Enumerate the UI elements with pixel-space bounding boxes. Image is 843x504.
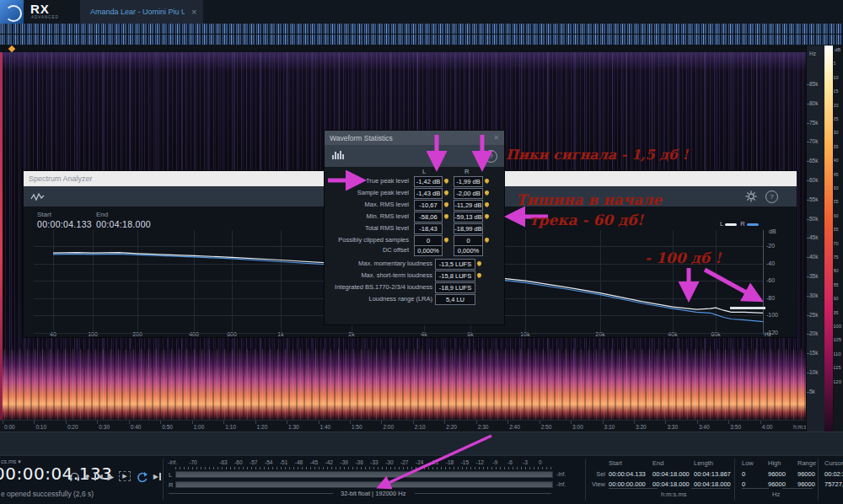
hint-bulb-icon[interactable] bbox=[444, 190, 448, 195]
hint-bulb-icon[interactable] bbox=[444, 214, 448, 218]
analyzer-db-label: dB bbox=[769, 228, 776, 234]
tab-close-icon[interactable]: × bbox=[191, 7, 196, 17]
hint-bulb-icon[interactable] bbox=[485, 190, 489, 195]
overview-waveform-left[interactable] bbox=[0, 24, 843, 35]
spectrogram-low-band bbox=[0, 349, 806, 420]
hint-bulb-icon[interactable] bbox=[485, 238, 489, 242]
stats-value-l: -58,06 dB bbox=[414, 212, 443, 223]
play-selection-icon[interactable]: ▶ bbox=[119, 471, 130, 481]
izotope-logo-icon bbox=[5, 5, 22, 22]
stats-row-label: DC offset bbox=[325, 246, 409, 254]
time-tick-label: 2:00 bbox=[383, 424, 394, 430]
loop-icon[interactable] bbox=[136, 471, 148, 482]
stats-value-r: -11,29 dB bbox=[454, 200, 483, 211]
stats-dialog-titlebar[interactable]: Waveform Statistics ✕ bbox=[325, 131, 504, 145]
stats-value-l: -18,43 dB bbox=[414, 223, 443, 234]
meter-scale-label: -42 bbox=[325, 459, 333, 465]
hint-bulb-icon[interactable] bbox=[444, 238, 448, 242]
row-label: Sel bbox=[590, 470, 605, 478]
stats-value-r: 0,000% bbox=[454, 245, 483, 256]
hint-bulb-icon[interactable] bbox=[477, 273, 481, 277]
table-header: Length bbox=[694, 459, 713, 467]
meter-ticks bbox=[175, 467, 551, 469]
file-tab-title: Amanda Lear - Uomini Piu Uomini [4].wav bbox=[90, 8, 185, 16]
meter-scale-label: -57 bbox=[250, 459, 257, 465]
table-cell: 96000 bbox=[797, 480, 815, 488]
marker-strip[interactable] bbox=[0, 45, 843, 52]
record-icon[interactable]: ● bbox=[85, 472, 89, 480]
stats-row-label: Possibly clipped samples bbox=[325, 236, 409, 244]
loudness-row-label: Integrated BS.1770-2/3/4 loudness bbox=[325, 283, 432, 291]
table-cell: 00:04:13.867 bbox=[694, 470, 731, 478]
stats-row-label: Total RMS level bbox=[325, 224, 409, 232]
table-cell: 96000 bbox=[797, 470, 815, 478]
meter-scale-label: -9 bbox=[492, 459, 497, 465]
time-tick-label: 2:10 bbox=[415, 424, 426, 430]
freq-tick-label: 65k bbox=[809, 158, 818, 164]
freq-tick bbox=[807, 392, 809, 393]
table-cell: 0 bbox=[742, 470, 745, 478]
time-tick-label: 1:40 bbox=[320, 424, 331, 430]
hint-bulb-icon[interactable] bbox=[485, 214, 489, 218]
stats-col-l: L bbox=[422, 168, 426, 175]
prev-icon[interactable]: ◀ bbox=[94, 473, 102, 480]
file-tab[interactable]: Amanda Lear - Uomini Piu Uomini [4].wav … bbox=[80, 0, 203, 24]
freq-tick-label: 15k bbox=[809, 350, 818, 356]
time-tick-label: 3:20 bbox=[636, 424, 647, 430]
analyzer-end-value: 00:04:18.000 bbox=[96, 219, 151, 229]
meter-scale-label: -39 bbox=[340, 459, 347, 465]
hint-bulb-icon[interactable] bbox=[485, 179, 489, 183]
monitor-headphones-icon[interactable] bbox=[69, 471, 80, 481]
statusbar-divider bbox=[585, 458, 586, 501]
time-tick-label: 2:20 bbox=[446, 424, 457, 430]
analyzer-start-label: Start bbox=[37, 211, 51, 218]
freq-tick-label: 5k bbox=[809, 389, 815, 394]
time-tick-label: 3:40 bbox=[699, 424, 710, 430]
spectrum-icon[interactable] bbox=[30, 191, 46, 201]
time-tick bbox=[760, 421, 761, 424]
gear-icon[interactable] bbox=[745, 190, 757, 202]
meter-scale-label: -Inf. bbox=[168, 459, 177, 465]
freq-tick bbox=[807, 315, 809, 316]
legend-tick-label: -55 bbox=[834, 199, 839, 204]
stats-close-icon[interactable]: ✕ bbox=[493, 134, 499, 142]
histogram-icon[interactable] bbox=[331, 150, 345, 161]
meter-l-peak: -Inf. bbox=[556, 471, 566, 477]
meter-scale-label: -12 bbox=[476, 459, 484, 465]
hint-bulb-icon[interactable] bbox=[477, 261, 481, 265]
hint-bulb-icon[interactable] bbox=[485, 202, 489, 206]
legend-tick-label: -20 bbox=[834, 103, 839, 108]
freq-tick bbox=[807, 334, 809, 335]
frequency-ruler[interactable]: Hz 85k80k75k70k65k60k55k50k45k40k35k30k2… bbox=[806, 46, 825, 432]
meter-scale-label: 0 bbox=[539, 459, 542, 465]
loudness-value: -18,9 LUFS bbox=[435, 282, 475, 293]
analyzer-legend: L R bbox=[720, 220, 759, 228]
spectrogram-amplitude-legend[interactable] bbox=[824, 46, 833, 432]
time-tick-label: 3:00 bbox=[572, 424, 583, 430]
analyzer-y-tick: -60 bbox=[766, 277, 775, 283]
next-icon[interactable]: ▶ bbox=[153, 473, 161, 480]
hint-bulb-icon[interactable] bbox=[444, 179, 448, 183]
time-tick-label: 3:30 bbox=[667, 424, 678, 430]
freq-unit-label: Hz bbox=[772, 491, 780, 498]
rx-app-window: RX ADVANCED Amanda Lear - Uomini Piu Uom… bbox=[0, 0, 843, 504]
legend-tick-label: -30 bbox=[834, 130, 839, 135]
divider-line bbox=[415, 493, 551, 494]
freq-tick-label: 25k bbox=[809, 312, 818, 318]
freq-tick bbox=[807, 353, 809, 354]
loudness-value: -15,8 LUFS bbox=[435, 271, 475, 281]
freq-tick bbox=[807, 219, 809, 220]
time-ruler[interactable]: h:m:s 0:000:100:200:300:400:501:001:101:… bbox=[0, 420, 806, 432]
legend-tick-label: -85 bbox=[834, 282, 839, 287]
spectrum-analyzer-title: Spectrum Analyzer bbox=[29, 174, 93, 183]
time-tick bbox=[697, 421, 698, 424]
time-tick bbox=[97, 421, 98, 424]
divider-line bbox=[742, 488, 769, 489]
legend-tick-label: -110 bbox=[834, 351, 841, 357]
play-icon[interactable]: ▶ bbox=[108, 472, 115, 481]
help-icon[interactable]: ? bbox=[765, 190, 778, 203]
hint-bulb-icon[interactable] bbox=[444, 202, 448, 206]
transport-controls: ● ◀ ▶ ▶ ▶ bbox=[69, 469, 161, 483]
time-tick bbox=[444, 421, 445, 424]
stats-help-icon[interactable]: ? bbox=[485, 150, 497, 163]
